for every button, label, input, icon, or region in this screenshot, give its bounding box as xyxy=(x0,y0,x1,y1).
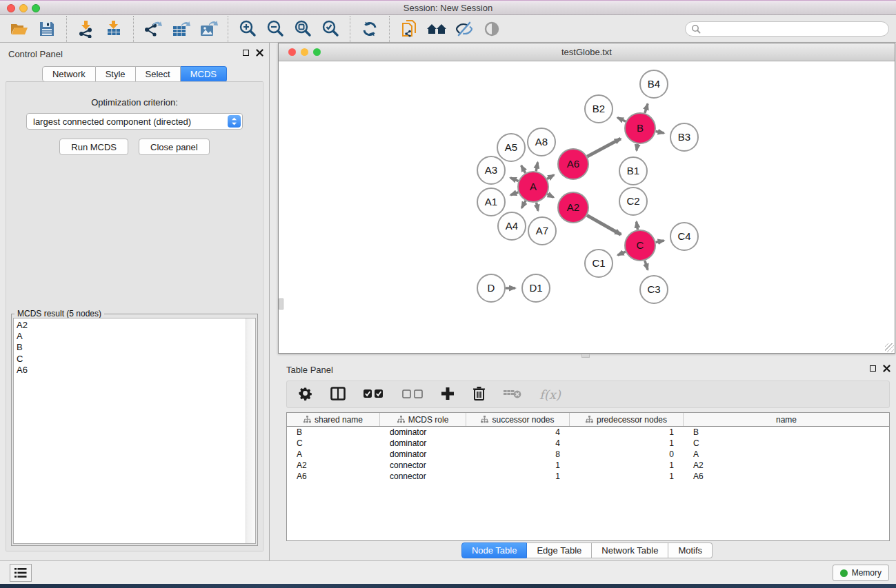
graph-edge-B-B3[interactable] xyxy=(656,132,664,133)
graph-node-A[interactable]: A xyxy=(518,172,548,202)
graph-edge-C-C1[interactable] xyxy=(618,252,626,255)
show-details-icon[interactable] xyxy=(478,18,506,40)
result-list-item[interactable]: A6 xyxy=(17,365,243,376)
graph-edge-A-A2[interactable] xyxy=(547,194,553,198)
export-image-icon[interactable] xyxy=(195,18,222,40)
table-cell[interactable]: 1 xyxy=(570,427,684,437)
graph-edge-A2-C[interactable] xyxy=(587,215,621,234)
column-header-shared-name[interactable]: shared name xyxy=(287,413,380,426)
network-window-titlebar[interactable]: testGlobe.txt xyxy=(279,43,895,61)
zoom-out-icon[interactable] xyxy=(261,18,289,40)
table-cell[interactable]: A2 xyxy=(684,460,742,470)
select-all-checkboxes-icon[interactable] xyxy=(364,389,384,401)
table-cell[interactable]: 1 xyxy=(466,472,570,481)
result-list-item[interactable]: A2 xyxy=(17,320,243,331)
graph-node-C1[interactable]: C1 xyxy=(585,250,613,277)
table-cell[interactable]: B xyxy=(287,427,380,437)
result-list-scrollbar[interactable] xyxy=(246,318,255,543)
close-panel-icon[interactable] xyxy=(256,49,263,57)
table-cell[interactable]: 1 xyxy=(570,438,684,448)
table-cell[interactable]: C xyxy=(684,438,742,448)
graph-node-B[interactable]: B xyxy=(625,113,655,143)
task-history-button[interactable] xyxy=(10,564,32,582)
table-cell[interactable]: 4 xyxy=(466,438,570,448)
open-session-icon[interactable] xyxy=(6,18,33,40)
tab-network-table[interactable]: Network Table xyxy=(592,543,668,558)
zoom-fit-icon[interactable] xyxy=(289,18,317,40)
memory-button[interactable]: Memory xyxy=(833,565,889,581)
import-network-icon[interactable] xyxy=(72,18,100,40)
tab-edge-table[interactable]: Edge Table xyxy=(527,543,592,558)
table-cell[interactable]: A6 xyxy=(287,472,380,481)
graph-edge-A-A8[interactable] xyxy=(536,163,537,172)
graph-edge-B-B2[interactable] xyxy=(617,118,626,122)
zoom-in-icon[interactable] xyxy=(234,18,261,40)
table-cell[interactable]: 1 xyxy=(570,460,684,470)
table-cell[interactable]: 1 xyxy=(570,472,684,481)
graph-node-A4[interactable]: A4 xyxy=(498,212,526,240)
search-input[interactable] xyxy=(701,23,883,34)
table-cell[interactable]: A6 xyxy=(684,472,742,481)
result-list-item[interactable]: A xyxy=(17,331,243,342)
table-row[interactable]: Adominator80A xyxy=(287,449,889,460)
table-float-panel-icon[interactable] xyxy=(870,365,876,372)
graph-edge-A6-B[interactable] xyxy=(587,139,621,156)
refresh-view-icon[interactable] xyxy=(356,18,384,40)
table-cell[interactable]: dominator xyxy=(380,427,466,437)
left-edge-handle[interactable] xyxy=(279,298,283,310)
graph-node-B3[interactable]: B3 xyxy=(670,123,698,151)
zoom-selected-icon[interactable] xyxy=(317,18,344,40)
graph-edge-A-A1[interactable] xyxy=(510,192,518,195)
graph-edge-C-C2[interactable] xyxy=(637,222,638,230)
graph-node-A7[interactable]: A7 xyxy=(528,217,556,245)
graph-node-C4[interactable]: C4 xyxy=(670,223,698,250)
graph-node-B2[interactable]: B2 xyxy=(585,95,613,123)
delete-column-icon[interactable] xyxy=(472,386,486,403)
result-list-item[interactable]: B xyxy=(17,342,243,353)
add-column-icon[interactable] xyxy=(441,387,455,403)
window-resize-grip[interactable] xyxy=(885,343,894,352)
criterion-dropdown[interactable]: largest connected component (directed) xyxy=(26,113,243,130)
tab-mcds[interactable]: MCDS xyxy=(181,66,227,82)
column-header-name[interactable]: name xyxy=(684,413,889,426)
table-row[interactable]: Cdominator41C xyxy=(287,438,889,449)
table-row[interactable]: A6connector11A6 xyxy=(287,471,889,482)
split-divider-handle[interactable] xyxy=(581,354,590,358)
table-cell[interactable]: C xyxy=(287,438,380,448)
graph-edge-C-C3[interactable] xyxy=(645,261,648,270)
table-cell[interactable]: B xyxy=(684,427,742,437)
table-cell[interactable]: 4 xyxy=(466,427,570,437)
export-table-icon[interactable] xyxy=(167,18,195,40)
graph-node-A6[interactable]: A6 xyxy=(558,149,588,179)
table-cell[interactable]: 0 xyxy=(570,449,684,459)
graph-node-A2[interactable]: A2 xyxy=(558,192,588,223)
graph-edge-B-B4[interactable] xyxy=(645,104,648,113)
graph-node-A5[interactable]: A5 xyxy=(497,134,525,161)
graph-edge-A-A4[interactable] xyxy=(521,201,526,207)
tab-motifs[interactable]: Motifs xyxy=(668,543,713,558)
table-row[interactable]: Bdominator41B xyxy=(287,427,889,438)
graph-node-C[interactable]: C xyxy=(625,230,655,261)
table-row[interactable]: A2connector11A2 xyxy=(287,460,889,471)
graph-edge-A-A5[interactable] xyxy=(521,165,526,173)
graph-node-B1[interactable]: B1 xyxy=(619,157,647,185)
graph-node-D1[interactable]: D1 xyxy=(522,274,550,302)
column-header-MCDS-role[interactable]: MCDS role xyxy=(380,413,466,426)
table-cell[interactable]: A xyxy=(287,449,380,459)
settings-gear-icon[interactable] xyxy=(298,386,312,403)
graph-edge-A-A7[interactable] xyxy=(537,203,538,211)
graph-edge-C-C4[interactable] xyxy=(656,241,664,242)
graph-edge-A-A6[interactable] xyxy=(547,175,554,179)
table-cell[interactable]: A xyxy=(684,449,742,459)
table-cell[interactable]: 8 xyxy=(466,449,570,459)
column-header-successor-nodes[interactable]: successor nodes xyxy=(466,413,570,426)
export-network-icon[interactable] xyxy=(139,18,167,40)
tab-node-table[interactable]: Node Table xyxy=(461,543,528,558)
search-field[interactable] xyxy=(685,21,889,37)
graph-node-A3[interactable]: A3 xyxy=(477,156,505,184)
graph-node-A8[interactable]: A8 xyxy=(528,128,555,156)
new-session-from-network-icon[interactable] xyxy=(395,18,423,40)
run-mcds-button[interactable]: Run MCDS xyxy=(59,139,128,155)
table-close-panel-icon[interactable] xyxy=(883,365,890,372)
float-panel-icon[interactable] xyxy=(243,50,249,56)
